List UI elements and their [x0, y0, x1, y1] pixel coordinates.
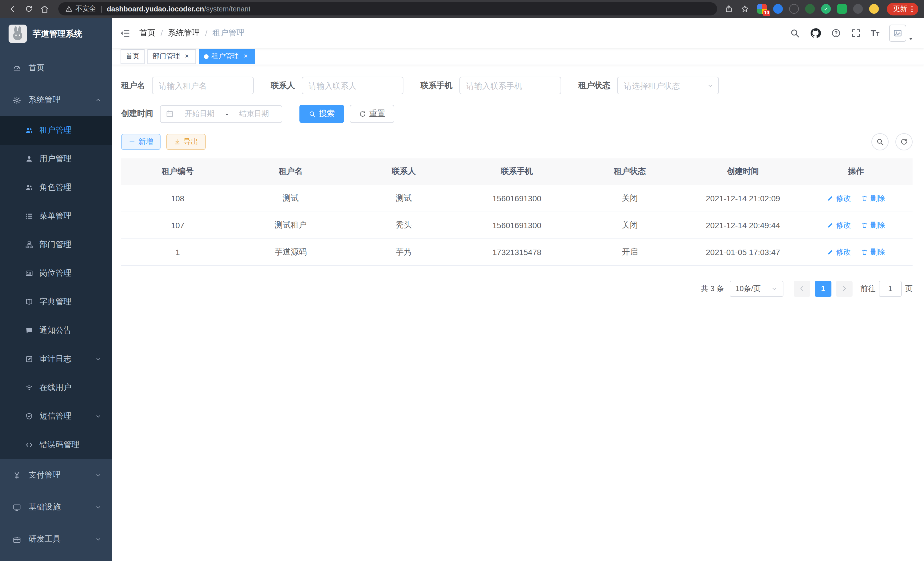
sidebar-item-user[interactable]: 用户管理: [0, 145, 112, 173]
actions-cell: 修改 删除: [800, 212, 913, 238]
tenant-name-cell: 芋道源码: [234, 238, 347, 265]
font-size-icon[interactable]: TT: [871, 29, 879, 37]
pagination: 共 3 条 10条/页 1 前往 页: [121, 281, 913, 296]
sidebar-item-dict[interactable]: 字典管理: [0, 288, 112, 316]
chevron-down-icon: [771, 285, 778, 292]
reset-button[interactable]: 重置: [350, 105, 394, 123]
goto-group: 前往 页: [861, 281, 913, 296]
logo-row[interactable]: 芋道管理系统: [0, 18, 112, 50]
sidebar-item-error-code[interactable]: 错误码管理: [0, 431, 112, 459]
tag-label: 首页: [126, 51, 140, 61]
goto-page-input[interactable]: [879, 281, 902, 296]
add-button[interactable]: 新增: [121, 134, 160, 150]
top-navbar: 首页 / 系统管理 / 租户管理 TT: [112, 18, 924, 48]
tenant-name-input[interactable]: [152, 77, 254, 94]
extension-icon-green-square[interactable]: [837, 4, 847, 14]
goto-unit: 页: [905, 283, 913, 294]
tenant-name-cell: 测试租户: [234, 212, 347, 238]
sidebar-item-menu[interactable]: 菜单管理: [0, 202, 112, 230]
search-button[interactable]: 搜索: [299, 105, 344, 123]
extension-icon-dark-green[interactable]: [805, 4, 815, 14]
sidebar-item-payment[interactable]: 支付管理: [0, 459, 112, 491]
export-button[interactable]: 导出: [166, 134, 206, 150]
sidebar-item-dept[interactable]: 部门管理: [0, 230, 112, 259]
page-size-select[interactable]: 10条/页: [730, 281, 783, 296]
site-security-indicator[interactable]: 不安全: [65, 4, 96, 14]
edit-link[interactable]: 修改: [827, 220, 851, 230]
toggle-search-button[interactable]: [872, 133, 889, 150]
sidebar-fold-button[interactable]: [120, 28, 130, 38]
phone-cell: 15601691300: [460, 185, 573, 212]
delete-link[interactable]: 删除: [861, 193, 885, 203]
browser-back-button[interactable]: [6, 2, 20, 16]
tag-label: 部门管理: [153, 51, 180, 61]
delete-link[interactable]: 删除: [861, 247, 885, 257]
sidebar-item-sms[interactable]: 短信管理: [0, 402, 112, 431]
sidebar-item-online-user[interactable]: 在线用户: [0, 373, 112, 402]
sidebar-item-tenant[interactable]: 租户管理: [0, 116, 112, 145]
close-icon[interactable]: ×: [183, 52, 191, 60]
next-page-button[interactable]: [836, 281, 853, 296]
contact-input[interactable]: [302, 77, 404, 94]
extension-icon-colorful[interactable]: 10: [757, 4, 767, 14]
bookmark-star-button[interactable]: [738, 2, 752, 16]
header-search-button[interactable]: [789, 28, 800, 38]
page-1-button[interactable]: 1: [815, 281, 831, 296]
share-button[interactable]: [722, 2, 735, 16]
start-date-placeholder[interactable]: 开始日期: [177, 109, 222, 119]
prev-page-button[interactable]: [794, 281, 810, 296]
contact-label: 联系人: [271, 80, 295, 91]
end-date-placeholder[interactable]: 结束日期: [231, 109, 277, 119]
tenant-name-field: 租户名: [121, 77, 254, 94]
edit-link[interactable]: 修改: [827, 247, 851, 257]
refresh-table-button[interactable]: [896, 133, 913, 150]
sidebar-item-devtools[interactable]: 研发工具: [0, 523, 112, 555]
tag-tenant[interactable]: 租户管理 ×: [199, 49, 255, 64]
logo-image: [9, 25, 27, 43]
delete-link[interactable]: 删除: [861, 220, 885, 230]
sidebar-item-system[interactable]: 系统管理: [0, 84, 112, 116]
create-time-field: 创建时间 开始日期 - 结束日期: [121, 105, 282, 123]
close-icon[interactable]: ×: [242, 52, 250, 60]
browser-home-button[interactable]: [38, 2, 51, 16]
sidebar-item-label: 角色管理: [39, 182, 71, 193]
tenant-table: 租户编号 租户名 联系人 联系手机 租户状态 创建时间 操作 108 测试: [121, 158, 913, 266]
extension-icon-smiley[interactable]: [869, 4, 879, 14]
fullscreen-icon[interactable]: [850, 28, 861, 38]
page-size-value: 10条/页: [735, 283, 760, 294]
user-icon: [25, 155, 33, 163]
status-select[interactable]: [617, 77, 719, 94]
extension-icon-dark-circle[interactable]: [789, 4, 799, 14]
sidebar-item-infra[interactable]: 基础设施: [0, 491, 112, 523]
actions-cell: 修改 删除: [800, 238, 913, 265]
date-range-picker[interactable]: 开始日期 - 结束日期: [160, 105, 282, 123]
extension-icon-green-check[interactable]: ✓: [821, 4, 831, 14]
browser-reload-button[interactable]: [22, 2, 35, 16]
github-icon[interactable]: [809, 27, 821, 39]
browser-update-button[interactable]: 更新: [887, 3, 918, 15]
breadcrumb-home[interactable]: 首页: [140, 28, 155, 38]
extension-icon-blue[interactable]: [773, 4, 783, 14]
tag-dept[interactable]: 部门管理 ×: [147, 49, 196, 64]
sidebar-item-post[interactable]: 岗位管理: [0, 259, 112, 288]
tag-home[interactable]: 首页: [121, 49, 145, 64]
created-cell: 2021-12-14 21:02:09: [686, 185, 800, 212]
sidebar-item-role[interactable]: 角色管理: [0, 173, 112, 202]
monitor-icon: [13, 503, 21, 511]
refresh-icon: [359, 110, 366, 117]
phone-input[interactable]: [459, 77, 561, 94]
sidebar-item-notice[interactable]: 通知公告: [0, 316, 112, 345]
contact-field: 联系人: [271, 77, 404, 94]
sidebar-item-label: 通知公告: [39, 325, 71, 336]
breadcrumb-system[interactable]: 系统管理: [168, 28, 200, 38]
help-icon[interactable]: [831, 28, 841, 38]
extension-icon-puzzle[interactable]: [853, 4, 863, 14]
tenant-id-cell: 1: [121, 238, 234, 265]
user-avatar-menu[interactable]: [889, 24, 914, 41]
address-bar[interactable]: 不安全 dashboard.yudao.iocoder.cn/system/te…: [58, 2, 717, 15]
sidebar-item-audit-log[interactable]: 审计日志: [0, 345, 112, 373]
sidebar-item-home[interactable]: 首页: [0, 52, 112, 84]
table-row: 1 芋道源码 芋艿 17321315478 开启 2021-01-05 17:0…: [121, 238, 913, 265]
edit-link[interactable]: 修改: [827, 193, 851, 203]
url-text: dashboard.yudao.iocoder.cn/system/tenant: [107, 5, 250, 13]
